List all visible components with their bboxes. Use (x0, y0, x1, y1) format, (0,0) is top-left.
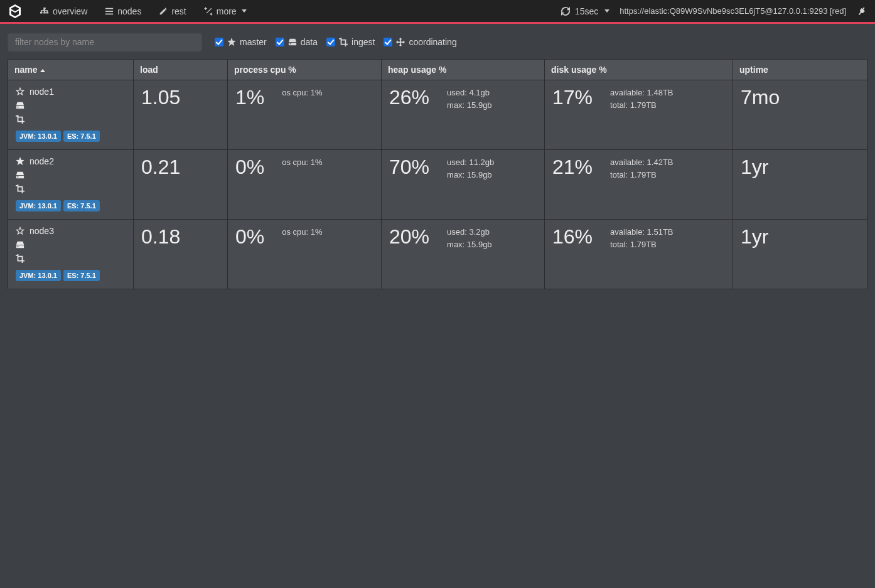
jvm-badge: JVM: 13.0.1 (16, 131, 61, 142)
crop-icon (16, 115, 24, 124)
node-name[interactable]: node2 (30, 156, 54, 166)
crop-icon (16, 184, 24, 193)
check-master-label: master (240, 37, 267, 47)
cpu-value: 1% (235, 87, 264, 109)
cell-load: 1.05 (134, 80, 228, 150)
heap-used: used: 3.2gb (447, 226, 492, 238)
check-ingest-box[interactable] (326, 38, 335, 46)
cell-load: 0.18 (134, 220, 228, 289)
cell-name: node2 JVM: 13.0.1 ES: 7.5.1 (8, 150, 134, 220)
plug-icon[interactable] (856, 6, 867, 17)
load-value: 0.21 (141, 156, 220, 178)
os-cpu: os cpu: 1% (282, 226, 322, 238)
star-icon (227, 38, 236, 46)
heap-value: 70% (389, 156, 429, 178)
cell-heap: 70% used: 11.2gb max: 15.9gb (382, 150, 545, 220)
nav-overview-label: overview (53, 6, 87, 16)
disk-avail: available: 1.51TB (610, 226, 673, 238)
node-name[interactable]: node3 (30, 226, 54, 236)
check-data[interactable]: data (276, 37, 318, 47)
load-value: 1.05 (141, 87, 220, 109)
check-data-label: data (301, 37, 318, 47)
cell-heap: 26% used: 4.1gb max: 15.9gb (382, 80, 545, 150)
nav-more[interactable]: more (195, 0, 255, 23)
heap-used: used: 11.2gb (447, 156, 494, 169)
table-row: node3 JVM: 13.0.1 ES: 7.5.1 0.18 0% os c… (8, 220, 867, 289)
node-name[interactable]: node1 (30, 87, 54, 97)
cell-cpu: 0% os cpu: 1% (228, 150, 382, 220)
os-cpu: os cpu: 1% (282, 87, 322, 99)
col-disk[interactable]: disk usage % (545, 60, 733, 80)
cell-name: node1 JVM: 13.0.1 ES: 7.5.1 (8, 80, 134, 150)
uptime-value: 1yr (741, 156, 859, 178)
col-load[interactable]: load (134, 60, 228, 80)
check-coordinating-box[interactable] (384, 38, 392, 46)
check-coordinating-label: coordinating (409, 37, 456, 47)
os-cpu: os cpu: 1% (282, 156, 322, 169)
es-badge: ES: 7.5.1 (63, 200, 100, 211)
edit-icon (159, 7, 168, 16)
cpu-value: 0% (235, 156, 264, 178)
cell-disk: 17% available: 1.48TB total: 1.79TB (545, 80, 733, 150)
col-cpu[interactable]: process cpu % (228, 60, 382, 80)
jvm-badge: JVM: 13.0.1 (16, 270, 61, 281)
refresh-interval-label: 15sec (575, 6, 598, 16)
col-name[interactable]: name (8, 60, 134, 80)
nav-rest[interactable]: rest (150, 0, 195, 23)
filter-input[interactable] (8, 33, 202, 51)
refresh-icon (561, 7, 570, 16)
star-icon (16, 227, 24, 235)
chevron-down-icon (604, 9, 609, 13)
nav-more-label: more (217, 6, 237, 16)
filter-toolbar: master data ingest coordinating (0, 24, 875, 59)
uptime-value: 1yr (741, 226, 859, 248)
es-badge: ES: 7.5.1 (63, 131, 100, 142)
col-heap[interactable]: heap usage % (382, 60, 545, 80)
role-filter-checks: master data ingest coordinating (215, 37, 457, 47)
nodes-table: name load process cpu % heap usage % dis… (8, 59, 867, 289)
disk-avail: available: 1.48TB (610, 87, 673, 99)
jvm-badge: JVM: 13.0.1 (16, 200, 61, 211)
cell-uptime: 1yr (733, 220, 867, 289)
table-header-row: name load process cpu % heap usage % dis… (8, 60, 867, 80)
list-icon (105, 7, 114, 16)
crop-icon (339, 38, 348, 46)
cell-cpu: 0% os cpu: 1% (228, 220, 382, 289)
check-ingest[interactable]: ingest (326, 37, 375, 47)
refresh-interval[interactable]: 15sec (561, 0, 609, 23)
cell-uptime: 1yr (733, 150, 867, 220)
cpu-value: 0% (235, 226, 264, 248)
cell-uptime: 7mo (733, 80, 867, 150)
check-ingest-label: ingest (352, 37, 375, 47)
crop-icon (16, 254, 24, 263)
disk-total: total: 1.79TB (610, 99, 673, 112)
heap-value: 20% (389, 226, 429, 248)
table-row: node1 JVM: 13.0.1 ES: 7.5.1 1.05 1% os c… (8, 80, 867, 150)
es-badge: ES: 7.5.1 (63, 270, 100, 281)
nav-overview[interactable]: overview (31, 0, 96, 23)
app-logo (8, 4, 23, 19)
cell-disk: 16% available: 1.51TB total: 1.79TB (545, 220, 733, 289)
uptime-value: 7mo (741, 87, 859, 109)
hdd-icon (288, 38, 297, 46)
sort-asc-icon (40, 69, 45, 72)
col-uptime[interactable]: uptime (733, 60, 867, 80)
move-icon (396, 38, 405, 46)
check-master-box[interactable] (215, 38, 223, 46)
disk-value: 17% (552, 87, 593, 109)
load-value: 0.18 (141, 226, 220, 248)
check-coordinating[interactable]: coordinating (384, 37, 456, 47)
heap-max: max: 15.9gb (447, 99, 492, 112)
heap-max: max: 15.9gb (447, 169, 494, 181)
disk-total: total: 1.79TB (610, 169, 673, 181)
hdd-icon (16, 240, 24, 249)
disk-value: 16% (552, 226, 593, 248)
sitemap-icon (40, 7, 49, 16)
table-row: node2 JVM: 13.0.1 ES: 7.5.1 0.21 0% os c… (8, 150, 867, 220)
cluster-url[interactable]: https://elastic:Q89W9SvNbe9sc3EL6jT5@127… (620, 6, 846, 16)
check-data-box[interactable] (276, 38, 284, 46)
cell-load: 0.21 (134, 150, 228, 220)
heap-max: max: 15.9gb (447, 238, 492, 251)
nav-nodes[interactable]: nodes (96, 0, 150, 23)
check-master[interactable]: master (215, 37, 267, 47)
